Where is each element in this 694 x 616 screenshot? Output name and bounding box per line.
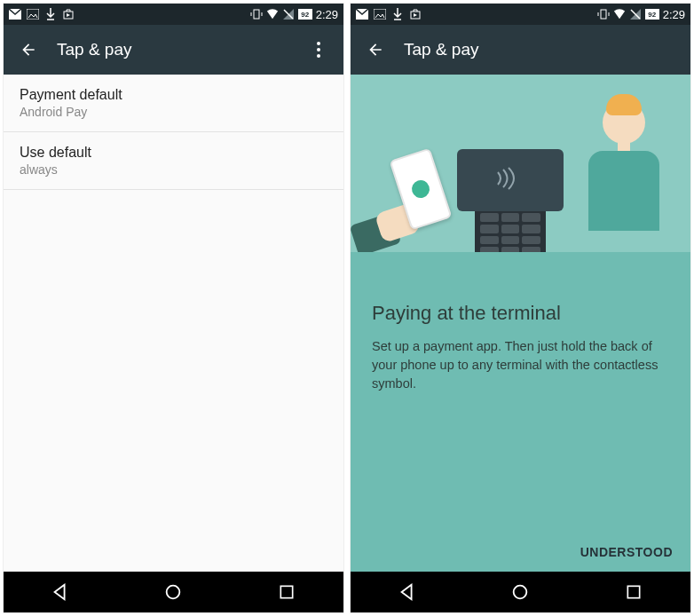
contactless-icon (493, 167, 528, 194)
hand-holding-phone-illustration (399, 153, 479, 225)
svg-rect-13 (627, 586, 639, 597)
gmail-icon (356, 8, 368, 20)
use-default-item[interactable]: Use default always (4, 132, 343, 190)
wifi-icon (266, 8, 279, 20)
no-signal-icon (629, 8, 642, 20)
svg-rect-6 (280, 586, 292, 597)
battery-icon: 92 (645, 9, 659, 20)
status-time: 2:29 (663, 8, 685, 21)
svg-point-5 (167, 586, 180, 599)
nav-recent-button[interactable] (260, 576, 313, 608)
cashier-illustration (584, 101, 664, 231)
vibrate-icon (597, 8, 610, 20)
image-icon (27, 8, 39, 20)
app-bar: Tap & pay (4, 25, 343, 75)
svg-rect-3 (254, 10, 259, 19)
list-item-title: Use default (20, 145, 327, 161)
battery-icon: 92 (298, 9, 312, 20)
vibrate-icon (250, 8, 263, 20)
svg-rect-8 (374, 9, 386, 20)
onboarding-heading: Paying at the terminal (372, 302, 669, 325)
phone-screen-right: 92 2:29 Tap & pay (350, 3, 691, 613)
play-store-icon (409, 8, 422, 20)
svg-rect-1 (27, 9, 39, 20)
gmail-icon (9, 8, 21, 20)
nav-back-button[interactable] (381, 576, 434, 608)
onboarding-illustration (351, 75, 690, 279)
onboarding-card: Paying at the terminal Set up a payment … (351, 75, 690, 572)
settings-list: Payment default Android Pay Use default … (4, 75, 343, 572)
payment-default-item[interactable]: Payment default Android Pay (4, 75, 343, 132)
list-item-title: Payment default (20, 87, 327, 103)
page-title: Tap & pay (404, 40, 479, 59)
onboarding-content: Paying at the terminal Set up a payment … (351, 75, 690, 572)
back-button[interactable] (12, 34, 44, 66)
download-icon (44, 8, 57, 20)
download-icon (391, 8, 404, 20)
onboarding-body: Set up a payment app. Then just hold the… (372, 337, 669, 393)
nav-home-button[interactable] (493, 576, 547, 608)
app-bar: Tap & pay (351, 25, 690, 75)
status-bar: 92 2:29 (4, 4, 343, 25)
nav-home-button[interactable] (146, 576, 200, 608)
overflow-menu-button[interactable] (303, 34, 335, 66)
status-time: 2:29 (316, 8, 338, 21)
nav-back-button[interactable] (34, 576, 87, 608)
list-item-subtitle: always (20, 162, 327, 177)
svg-rect-10 (601, 10, 606, 19)
nav-bar (4, 572, 343, 612)
back-button[interactable] (359, 34, 391, 66)
wifi-icon (613, 8, 626, 20)
image-icon (374, 8, 386, 20)
svg-point-12 (514, 586, 527, 599)
play-store-icon (62, 8, 75, 20)
nav-bar (351, 572, 690, 612)
understood-button[interactable]: UNDERSTOOD (351, 533, 690, 572)
status-bar: 92 2:29 (351, 4, 690, 25)
no-signal-icon (282, 8, 295, 20)
list-item-subtitle: Android Pay (20, 105, 327, 119)
page-title: Tap & pay (57, 40, 132, 59)
nav-recent-button[interactable] (607, 576, 660, 608)
phone-screen-left: 92 2:29 Tap & pay Payment default Androi… (3, 3, 344, 613)
